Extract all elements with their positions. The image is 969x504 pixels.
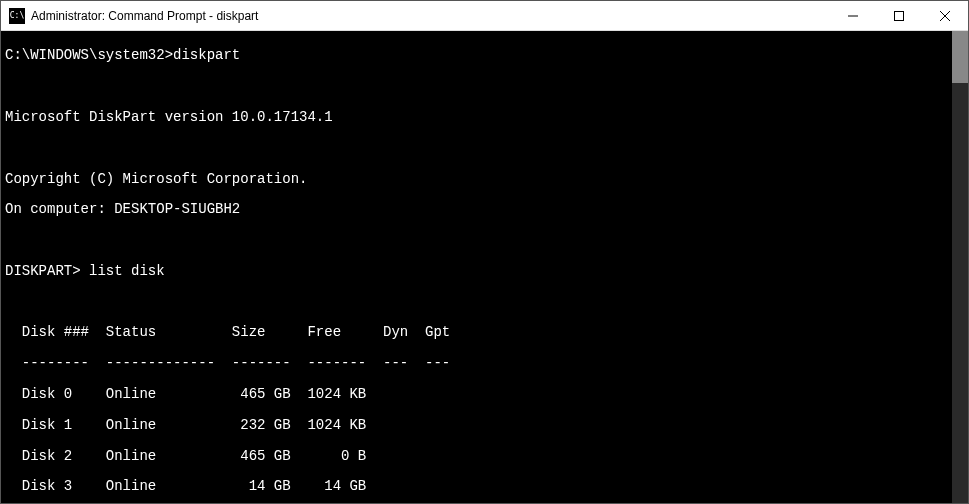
terminal-line: Disk 3 Online 14 GB 14 GB <box>5 479 968 494</box>
terminal-line: DISKPART> list disk <box>5 264 968 279</box>
terminal-output[interactable]: C:\WINDOWS\system32>diskpart Microsoft D… <box>1 31 968 503</box>
window-titlebar: C:\ Administrator: Command Prompt - disk… <box>1 1 968 31</box>
terminal-line: Disk ### Status Size Free Dyn Gpt <box>5 325 968 340</box>
terminal-line <box>5 79 968 94</box>
window-controls <box>830 1 968 30</box>
terminal-line: -------- ------------- ------- ------- -… <box>5 356 968 371</box>
terminal-line: Microsoft DiskPart version 10.0.17134.1 <box>5 110 968 125</box>
scrollbar-thumb[interactable] <box>952 31 968 83</box>
terminal-line <box>5 295 968 310</box>
terminal-line <box>5 233 968 248</box>
terminal-line: Disk 0 Online 465 GB 1024 KB <box>5 387 968 402</box>
terminal-line: Disk 1 Online 232 GB 1024 KB <box>5 418 968 433</box>
terminal-line <box>5 141 968 156</box>
terminal-line: On computer: DESKTOP-SIUGBH2 <box>5 202 968 217</box>
terminal-line: Disk 2 Online 465 GB 0 B <box>5 449 968 464</box>
close-button[interactable] <box>922 1 968 30</box>
svg-rect-1 <box>895 11 904 20</box>
terminal-line: C:\WINDOWS\system32>diskpart <box>5 48 968 63</box>
window-title: Administrator: Command Prompt - diskpart <box>31 9 830 23</box>
minimize-button[interactable] <box>830 1 876 30</box>
terminal-line: Copyright (C) Microsoft Corporation. <box>5 172 968 187</box>
scrollbar-track[interactable] <box>952 31 968 503</box>
maximize-button[interactable] <box>876 1 922 30</box>
cmd-icon: C:\ <box>9 8 25 24</box>
